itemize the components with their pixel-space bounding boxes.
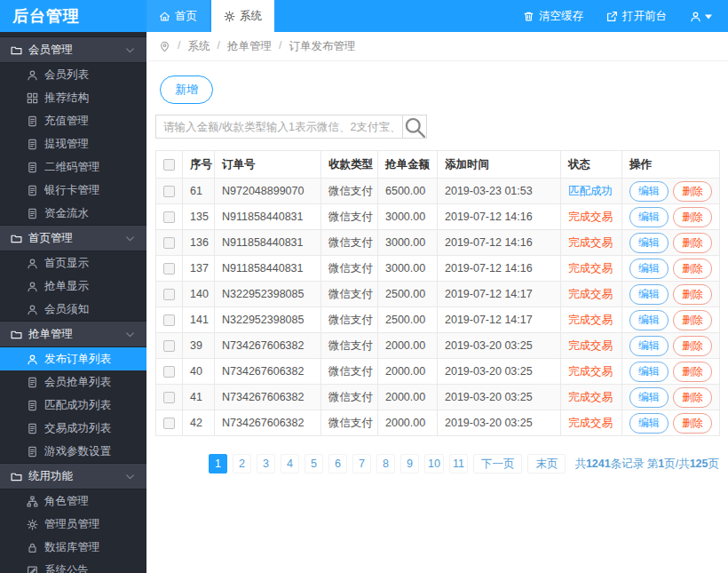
row-checkbox-cell	[156, 410, 183, 436]
cell-pay-type: 微信支付	[321, 385, 378, 410]
status-badge: 完成交易	[568, 339, 613, 352]
sidebar-item-管理员管理[interactable]: 管理员管理	[0, 513, 146, 536]
sidebar-item-角色管理[interactable]: 角色管理	[0, 489, 146, 513]
sidebar-item-会员抢单列表[interactable]: 会员抢单列表	[0, 370, 146, 394]
delete-button[interactable]: 删除	[673, 387, 712, 408]
user-menu[interactable]	[690, 11, 712, 22]
sidebar-item-银行卡管理[interactable]: 银行卡管理	[0, 179, 146, 202]
header-tab-首页[interactable]: 首页	[146, 0, 210, 32]
sidebar-item-提现管理[interactable]: 提现管理	[0, 132, 146, 155]
page-number-5[interactable]: 5	[305, 454, 323, 474]
edit-button[interactable]: 编辑	[629, 259, 669, 279]
add-button[interactable]: 新增	[160, 76, 213, 104]
select-all-checkbox[interactable]	[163, 159, 175, 171]
cell-added-time: 2019-07-12 14:16	[438, 204, 561, 230]
sidebar-item-匹配成功列表[interactable]: 匹配成功列表	[0, 394, 146, 417]
delete-button[interactable]: 删除	[673, 233, 712, 253]
status-badge: 完成交易	[568, 211, 613, 223]
pagination-summary: 共1241条记录 第1页/共125页	[574, 457, 719, 472]
cell-status: 完成交易	[561, 359, 622, 385]
breadcrumb-item[interactable]: 订单发布管理	[289, 39, 355, 54]
sidebar-item-系统公告[interactable]: 系统公告	[0, 559, 146, 573]
page-number-11[interactable]: 11	[449, 454, 468, 474]
cell-added-time: 2019-03-20 03:25	[438, 359, 561, 385]
delete-button[interactable]: 删除	[673, 362, 712, 382]
page-number-6[interactable]: 6	[328, 454, 347, 474]
row-checkbox[interactable]	[163, 340, 175, 352]
delete-button[interactable]: 删除	[673, 181, 712, 202]
last-page-button[interactable]: 末页	[527, 454, 566, 474]
sidebar-item-发布订单列表[interactable]: 发布订单列表	[0, 347, 146, 370]
sidebar-item-会员列表[interactable]: 会员列表	[0, 63, 146, 86]
status-badge: 完成交易	[568, 236, 613, 249]
sidebar-section-统用功能[interactable]: 统用功能	[0, 463, 146, 489]
edit-button[interactable]: 编辑	[629, 362, 669, 382]
sidebar-item-资金流水[interactable]: 资金流水	[0, 202, 146, 225]
row-checkbox[interactable]	[163, 263, 175, 275]
cell-seq: 137	[183, 256, 215, 282]
row-checkbox[interactable]	[163, 314, 175, 326]
header-action-清空缓存[interactable]: 清空缓存	[523, 9, 583, 24]
edit-button[interactable]: 编辑	[629, 181, 669, 202]
status-badge: 完成交易	[568, 262, 613, 275]
document-icon	[27, 208, 38, 219]
delete-button[interactable]: 删除	[673, 259, 712, 279]
page-number-10[interactable]: 10	[424, 454, 444, 474]
sidebar-item-充值管理[interactable]: 充值管理	[0, 109, 146, 132]
delete-button[interactable]: 删除	[673, 207, 712, 227]
sidebar-item-label: 角色管理	[44, 494, 89, 509]
delete-button[interactable]: 删除	[673, 336, 712, 356]
row-checkbox[interactable]	[163, 289, 175, 300]
sidebar-item-label: 游戏参数设置	[44, 444, 111, 459]
edit-button[interactable]: 编辑	[629, 387, 669, 408]
page-number-7[interactable]: 7	[352, 454, 371, 474]
page-number-2[interactable]: 2	[233, 454, 251, 474]
row-checkbox[interactable]	[163, 392, 175, 403]
search-input[interactable]	[156, 115, 402, 138]
caret-down-icon	[705, 11, 712, 22]
breadcrumb-separator: /	[279, 39, 281, 54]
sidebar-section-会员管理[interactable]: 会员管理	[0, 36, 146, 63]
row-checkbox[interactable]	[163, 186, 175, 197]
page-number-8[interactable]: 8	[376, 454, 395, 474]
edit-button[interactable]: 编辑	[629, 284, 669, 305]
sidebar-item-游戏参数设置[interactable]: 游戏参数设置	[0, 440, 146, 463]
page-number-4[interactable]: 4	[281, 454, 299, 474]
header-tab-系统[interactable]: 系统	[211, 0, 274, 32]
sidebar-section-抢单管理[interactable]: 抢单管理	[0, 321, 146, 347]
sidebar-item-二维码管理[interactable]: 二维码管理	[0, 155, 146, 179]
cell-seq: 41	[183, 385, 215, 410]
cell-status: 完成交易	[561, 282, 622, 307]
page-number-3[interactable]: 3	[257, 454, 275, 474]
sidebar-item-推荐结构[interactable]: 推荐结构	[0, 86, 146, 109]
sidebar-item-交易成功列表[interactable]: 交易成功列表	[0, 417, 146, 440]
delete-button[interactable]: 删除	[673, 413, 712, 434]
breadcrumb-item[interactable]: 抢单管理	[227, 39, 272, 54]
cell-operations: 编辑删除	[622, 385, 720, 410]
row-checkbox[interactable]	[163, 366, 175, 378]
edit-button[interactable]: 编辑	[629, 233, 669, 253]
sidebar-item-数据库管理[interactable]: 数据库管理	[0, 536, 146, 559]
sidebar-item-会员须知[interactable]: 会员须知	[0, 298, 146, 321]
sidebar-section-label: 抢单管理	[28, 327, 73, 342]
sidebar-item-抢单显示[interactable]: 抢单显示	[0, 275, 146, 298]
row-checkbox[interactable]	[163, 211, 175, 223]
delete-button[interactable]: 删除	[673, 310, 712, 330]
page-number-1[interactable]: 1	[209, 454, 227, 474]
header-action-打开前台[interactable]: 打开前台	[606, 9, 667, 24]
row-checkbox[interactable]	[163, 237, 175, 249]
edit-button[interactable]: 编辑	[629, 310, 669, 330]
breadcrumb-item[interactable]: 系统	[187, 39, 210, 54]
edit-button[interactable]: 编辑	[629, 413, 669, 434]
page-number-9[interactable]: 9	[400, 454, 419, 474]
edit-button[interactable]: 编辑	[629, 336, 669, 356]
sidebar-section-首页管理[interactable]: 首页管理	[0, 225, 146, 251]
sidebar-item-首页显示[interactable]: 首页显示	[0, 251, 146, 275]
next-page-button[interactable]: 下一页	[473, 454, 523, 474]
search-button[interactable]	[402, 115, 426, 138]
cell-order-no: N911858440831	[215, 204, 321, 230]
user-icon	[690, 11, 701, 22]
row-checkbox[interactable]	[163, 418, 175, 429]
delete-button[interactable]: 删除	[673, 284, 712, 305]
edit-button[interactable]: 编辑	[629, 207, 669, 227]
